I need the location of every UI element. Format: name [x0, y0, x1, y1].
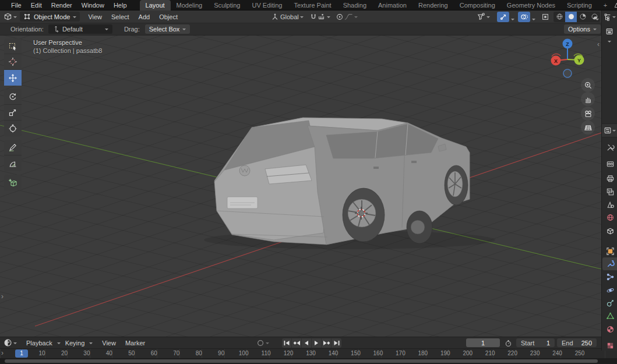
- properties-tab-physics[interactable]: [602, 284, 617, 296]
- show-gizmo-toggle[interactable]: [497, 12, 509, 22]
- playhead[interactable]: 1: [15, 349, 28, 358]
- properties-tab-render[interactable]: [602, 157, 617, 170]
- workspace-tab-texture-paint[interactable]: Texture Paint: [288, 0, 337, 10]
- menu-view[interactable]: View: [83, 13, 107, 20]
- scene-selector[interactable]: Scene: [613, 1, 617, 9]
- timeline-scrollbar[interactable]: [5, 359, 598, 363]
- orientation-setting-dropdown[interactable]: Default: [48, 24, 112, 34]
- auto-keying-toggle[interactable]: [256, 339, 269, 347]
- workspace-tab-uv-editing[interactable]: UV Editing: [246, 0, 288, 10]
- workspace-tab-layout[interactable]: Layout: [140, 0, 171, 10]
- expand-timeline-arrow[interactable]: ›: [1, 350, 3, 356]
- tool-rotate[interactable]: [4, 89, 22, 105]
- proportional-falloff-dropdown[interactable]: [344, 13, 358, 21]
- menu-render[interactable]: Render: [47, 0, 77, 10]
- menu-keying[interactable]: Keying: [61, 340, 90, 347]
- properties-tab-modifiers[interactable]: [602, 257, 617, 270]
- filter-dropdown[interactable]: [477, 12, 490, 21]
- transform-orientation-dropdown[interactable]: Global: [271, 13, 304, 21]
- play-reverse-button[interactable]: [302, 338, 312, 348]
- timeline-editor-button[interactable]: [3, 338, 17, 347]
- proportional-editing-toggle[interactable]: [336, 13, 344, 21]
- menu-help[interactable]: Help: [109, 0, 132, 10]
- shading-solid-button[interactable]: [565, 12, 577, 22]
- menu-select[interactable]: Select: [107, 13, 134, 20]
- menu-add[interactable]: Add: [134, 13, 155, 20]
- tool-select-box[interactable]: [4, 38, 22, 54]
- outliner-editor-button[interactable]: [602, 10, 617, 23]
- xray-toggle[interactable]: [539, 12, 551, 22]
- outliner-filter-button[interactable]: [602, 26, 617, 37]
- editor-type-button[interactable]: [3, 12, 17, 21]
- start-frame-field[interactable]: Start 1: [516, 338, 555, 347]
- shading-material-button[interactable]: [577, 12, 588, 22]
- car-model[interactable]: [204, 118, 495, 249]
- orthographic-toggle-button[interactable]: [581, 121, 595, 135]
- gizmo-dropdown[interactable]: [511, 19, 514, 22]
- expand-panel-arrow[interactable]: ›: [1, 294, 3, 299]
- current-frame-field[interactable]: 1: [466, 338, 500, 347]
- properties-tab-output[interactable]: [602, 172, 617, 185]
- timeline-scrollbar-track[interactable]: [0, 358, 617, 364]
- properties-tab-world[interactable]: [602, 211, 617, 224]
- properties-tab-collection[interactable]: [602, 224, 617, 237]
- viewport-3d[interactable]: User Perspective (1) Collection | passat…: [0, 36, 601, 337]
- properties-tab-scene[interactable]: [602, 198, 617, 211]
- shading-wireframe-button[interactable]: [553, 12, 565, 22]
- play-button[interactable]: [312, 338, 322, 348]
- tool-measure[interactable]: [4, 156, 22, 171]
- properties-tab-material[interactable]: [602, 323, 617, 335]
- tool-move[interactable]: [4, 70, 22, 86]
- tool-transform[interactable]: [4, 121, 22, 136]
- properties-tab-view-layer[interactable]: [602, 185, 617, 198]
- menu-marker[interactable]: Marker: [121, 340, 150, 347]
- jump-to-start-button[interactable]: [282, 338, 292, 348]
- workspace-tab-geometry-nodes[interactable]: Geometry Nodes: [501, 0, 561, 10]
- workspace-tab-rendering[interactable]: Rendering: [412, 0, 454, 10]
- timeline-ruler[interactable]: 1020304050607080901001101201301401501601…: [0, 348, 617, 358]
- next-keyframe-button[interactable]: [322, 338, 332, 348]
- properties-tab-texture[interactable]: [602, 339, 617, 352]
- menu-playback[interactable]: Playback: [22, 340, 57, 347]
- workspace-tab-animation[interactable]: Animation: [372, 0, 412, 10]
- tool-annotate[interactable]: [4, 140, 22, 156]
- overlays-dropdown[interactable]: [532, 19, 535, 22]
- show-overlays-toggle[interactable]: [518, 12, 530, 22]
- properties-tab-constraints[interactable]: [602, 296, 617, 309]
- properties-tab-object-data[interactable]: [602, 309, 617, 322]
- snap-toggle[interactable]: [309, 13, 318, 21]
- add-workspace-button[interactable]: +: [598, 0, 613, 10]
- workspace-tab-scripting[interactable]: Scripting: [561, 0, 598, 10]
- tool-add-cube[interactable]: [4, 175, 22, 190]
- workspace-tab-modeling[interactable]: Modeling: [171, 0, 209, 10]
- properties-tab-particles[interactable]: [602, 270, 617, 283]
- shading-dropdown[interactable]: [595, 19, 599, 22]
- workspace-tab-shading[interactable]: Shading: [337, 0, 372, 10]
- menu-edit[interactable]: Edit: [26, 0, 47, 10]
- zoom-button[interactable]: [581, 78, 595, 92]
- chevron-down-icon[interactable]: [608, 41, 611, 44]
- navigation-gizmo[interactable]: Z X Y: [547, 37, 588, 81]
- prev-keyframe-button[interactable]: [292, 338, 302, 348]
- pan-button[interactable]: [581, 92, 595, 106]
- menu-tl-view[interactable]: View: [97, 340, 121, 347]
- workspace-tab-sculpting[interactable]: Sculpting: [208, 0, 246, 10]
- collapse-sidebar-arrow[interactable]: ‹: [597, 41, 600, 47]
- stopwatch-icon[interactable]: [505, 340, 512, 347]
- drag-setting-dropdown[interactable]: Select Box: [145, 24, 191, 34]
- camera-view-button[interactable]: [581, 107, 595, 121]
- tool-cursor[interactable]: [4, 54, 22, 70]
- workspace-tab-compositing[interactable]: Compositing: [454, 0, 501, 10]
- properties-editor-button[interactable]: [602, 123, 617, 137]
- gizmo-z-neg-axis[interactable]: [563, 69, 572, 77]
- menu-object[interactable]: Object: [154, 13, 182, 20]
- snap-target-dropdown[interactable]: [318, 13, 330, 21]
- end-frame-field[interactable]: End 250: [557, 338, 597, 347]
- options-dropdown[interactable]: Options: [564, 24, 601, 34]
- tool-scale[interactable]: [4, 105, 22, 121]
- mode-dropdown[interactable]: Object Mode: [20, 12, 80, 22]
- menu-window[interactable]: Window: [77, 0, 109, 10]
- viewport-scene[interactable]: [0, 36, 601, 337]
- properties-tab-tool[interactable]: [602, 141, 617, 154]
- properties-tab-object[interactable]: [602, 245, 617, 257]
